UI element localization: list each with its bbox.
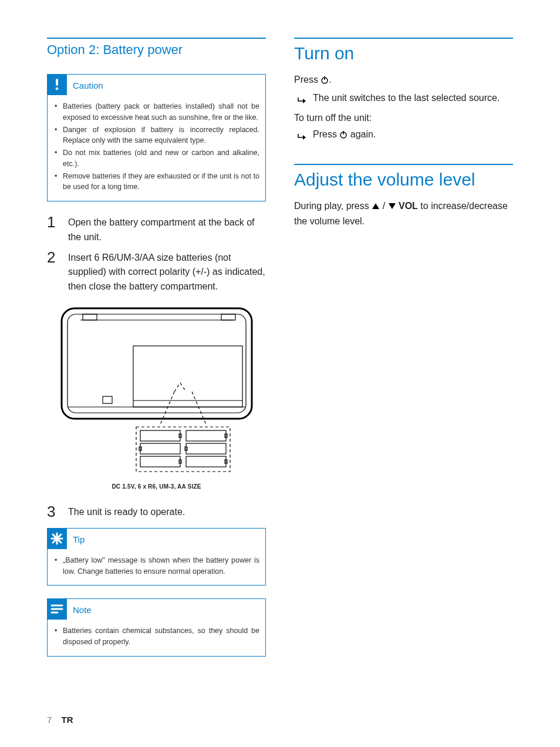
left-section-rule	[47, 38, 266, 39]
result-arrow-icon	[298, 127, 307, 145]
step-row: 2 Insert 6 R6/UM-3/AA size batteries (no…	[47, 250, 266, 294]
caution-item: Do not mix batteries (old and new or car…	[55, 147, 259, 170]
power-icon	[321, 74, 329, 89]
svg-rect-7	[133, 346, 242, 407]
off-pre: Press	[313, 129, 339, 139]
svg-line-11	[160, 392, 174, 426]
tip-box: Tip „Battery low" message is shown when …	[47, 528, 266, 586]
note-icon	[47, 598, 67, 620]
language-code: TR	[62, 715, 73, 725]
page-number: 7	[47, 715, 52, 725]
result-row: The unit switches to the last selected s…	[294, 91, 513, 109]
exclamation-icon	[47, 74, 67, 95]
step-row: 3 The unit is ready to operate.	[47, 504, 266, 520]
asterisk-icon	[47, 528, 67, 549]
caution-item: Batteries (battery pack or batteries ins…	[55, 101, 259, 123]
turn-off-action: Press again.	[313, 127, 376, 145]
svg-rect-3	[68, 314, 246, 413]
note-box: Note Batteries contain chemical substanc…	[47, 598, 266, 657]
svg-rect-22	[140, 456, 180, 467]
svg-rect-14	[140, 430, 180, 441]
heading-turn-on: Turn on	[294, 42, 513, 63]
step-row: 1 Open the battery compartment at the ba…	[47, 214, 266, 245]
svg-rect-24	[186, 456, 226, 467]
off-post: again.	[348, 129, 376, 139]
press-power-line: Press .	[294, 73, 513, 89]
turn-on-rule	[294, 38, 513, 39]
step-text: Open the battery compartment at the back…	[68, 214, 266, 245]
turn-on-result: The unit switches to the last selected s…	[313, 91, 500, 109]
note-item: Batteries contain chemical substances, s…	[55, 625, 259, 648]
step-number: 2	[47, 250, 60, 294]
caution-item: Remove batteries if they are exhausted o…	[55, 171, 259, 193]
diagram-caption: DC 1.5V, 6 x R6, UM-3, AA SIZE	[112, 483, 201, 490]
tip-title: Tip	[73, 533, 85, 544]
press-pre: Press	[294, 75, 321, 85]
caution-title: Caution	[73, 79, 103, 90]
battery-diagram: DC 1.5V, 6 x R6, UM-3, AA SIZE	[47, 304, 266, 490]
svg-rect-2	[62, 308, 252, 419]
vol-pre: During play, press	[294, 201, 372, 211]
svg-rect-4	[83, 314, 97, 320]
step-number: 3	[47, 504, 60, 520]
svg-rect-13	[136, 427, 230, 472]
svg-line-12	[192, 392, 207, 426]
result-arrow-icon	[298, 91, 307, 109]
svg-rect-16	[186, 430, 226, 441]
power-icon	[339, 129, 348, 143]
subheading-battery-power: Option 2: Battery power	[47, 42, 266, 58]
volume-line: During play, press / VOL to increase/dec…	[294, 199, 513, 229]
svg-rect-20	[186, 443, 226, 454]
caution-item: Danger of explosion if battery is incorr…	[55, 124, 259, 147]
svg-point-1	[56, 88, 59, 90]
step-number: 1	[47, 214, 60, 245]
vol-label: VOL	[399, 201, 418, 211]
svg-rect-5	[221, 314, 235, 320]
svg-rect-10	[103, 396, 112, 403]
note-title: Note	[73, 604, 92, 615]
caution-box: Caution Batteries (battery pack or batte…	[47, 74, 266, 201]
press-post: .	[329, 75, 331, 85]
result-row: Press again.	[294, 127, 513, 145]
heading-volume: Adjust the volume level	[294, 169, 513, 190]
turn-off-intro: To turn off the unit:	[294, 111, 513, 126]
svg-rect-0	[56, 79, 58, 86]
page-footer: 7 TR	[47, 715, 73, 725]
svg-rect-18	[140, 443, 180, 454]
step-text: Insert 6 R6/UM-3/AA size batteries (not …	[68, 250, 266, 294]
volume-rule	[294, 164, 513, 165]
step-text: The unit is ready to operate.	[68, 504, 185, 520]
tip-item: „Battery low" message is shown when the …	[55, 555, 259, 577]
triangle-up-icon	[372, 200, 380, 214]
triangle-down-icon	[388, 200, 396, 214]
